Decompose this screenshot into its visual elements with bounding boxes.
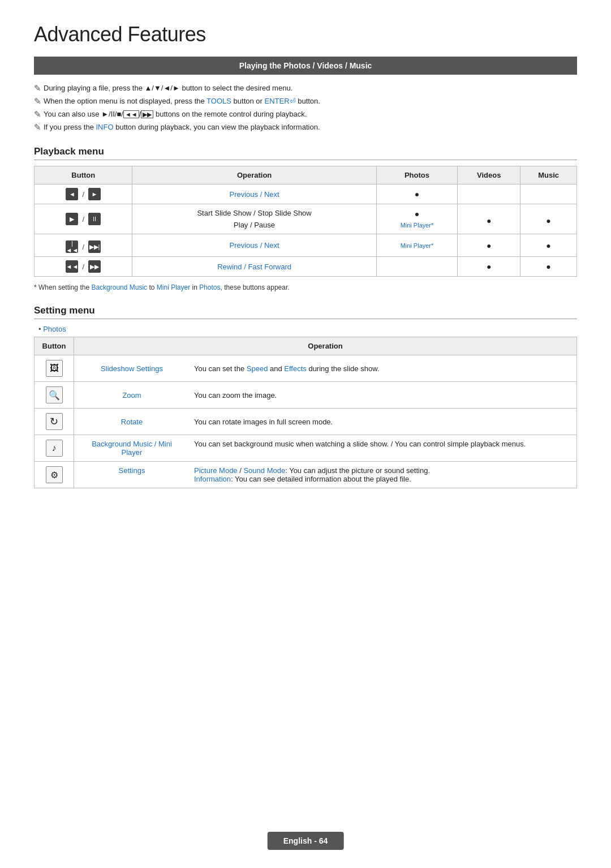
note-icon-3: ✎ (34, 109, 41, 119)
setting-col-button: Button (35, 337, 74, 355)
slideshow-settings-icon: 🖼 (46, 360, 63, 377)
footer-page-label: English - 64 (268, 832, 344, 850)
bg-music-icon: ♪ (46, 440, 63, 457)
btn-bg-music: ♪ (35, 435, 74, 462)
btn-slideshow-settings: 🖼 (35, 355, 74, 382)
setting-menu-title: Setting menu (34, 305, 577, 319)
btn-play-pause: ▶ / II (35, 204, 132, 234)
music-rewind: ● (520, 257, 577, 277)
op-skip-prev-next: Previous / Next (132, 234, 376, 257)
note-line-2: ✎ When the option menu is not displayed,… (34, 97, 577, 106)
op-slideshow: Start Slide Show / Stop Slide Show (136, 209, 372, 217)
note-icon-1: ✎ (34, 83, 41, 93)
btn-play-icon: ▶ (66, 213, 78, 225)
music-play-pause: ● (524, 216, 573, 225)
btn-skip-prev-icon: |◄◄ (66, 240, 78, 253)
table-row: ↻ Rotate You can rotate images in full s… (35, 409, 577, 435)
btn-rotate: ↻ (35, 409, 74, 435)
btn-next-icon: ► (88, 188, 101, 200)
playback-table: Button Operation Photos Videos Music ◄ /… (34, 166, 577, 277)
btn-rewind-ff: ◄◄ / ▶▶ (35, 257, 132, 277)
table-row: ⚙ Settings Picture Mode / Sound Mode: Yo… (35, 462, 577, 488)
col-photos: Photos (376, 166, 458, 184)
playback-menu-title: Playback menu (34, 146, 577, 160)
btn-skip-prev-next: |◄◄ / ▶▶| (35, 234, 132, 257)
op-rotate-label: Rotate (121, 418, 143, 426)
playing-section-header: Playing the Photos / Videos / Music (34, 57, 577, 75)
table-row: ◄◄ / ▶▶ Rewind / Fast Forward ● ● (35, 257, 577, 277)
videos-play-pause: ● (461, 216, 517, 225)
op-slideshow-settings-label: Slideshow Settings (101, 364, 163, 373)
videos-rewind: ● (458, 257, 520, 277)
op-settings-label: Settings (119, 466, 145, 475)
btn-settings: ⚙ (35, 462, 74, 488)
btn-pause-icon: II (88, 213, 101, 225)
col-videos: Videos (458, 166, 520, 184)
op-rewind-ff: Rewind / Fast Forward (132, 257, 376, 277)
table-row: ▶ / II Start Slide Show / Stop Slide Sho… (35, 204, 577, 234)
table-row: 🖼 Slideshow Settings You can set the Spe… (35, 355, 577, 382)
note-line-4: ✎ If you press the INFO button during pl… (34, 123, 577, 132)
note-icon-2: ✎ (34, 96, 41, 106)
note-line-1: ✎ During playing a file, press the ▲/▼/◄… (34, 84, 577, 93)
btn-prev-icon: ◄ (66, 188, 78, 200)
op-bgmusic-label: Background Music / MiniPlayer (92, 440, 172, 457)
photos-play-pause: Mini Player* (380, 222, 454, 229)
note-line-3: ✎ You can also use ►/II/■/◄◄/▶▶ buttons … (34, 110, 577, 119)
table-row: |◄◄ / ▶▶| Previous / Next Mini Player* ●… (35, 234, 577, 257)
btn-skip-next-icon: ▶▶| (88, 240, 101, 253)
playback-footnote: * When setting the Background Music to M… (34, 283, 577, 291)
photos-rewind (376, 257, 458, 277)
op-prev-next: Previous / Next (132, 184, 376, 204)
table-row: ◄ / ► Previous / Next ● (35, 184, 577, 204)
note-icon-4: ✎ (34, 122, 41, 132)
music-skip: ● (520, 234, 577, 257)
op-zoom-desc: You can zoom the image. (194, 391, 277, 399)
op-settings-desc: Picture Mode / Sound Mode: You can adjus… (194, 466, 430, 483)
settings-icon: ⚙ (46, 466, 63, 483)
setting-col-operation: Operation (74, 337, 577, 355)
op-play-pause: Play / Pause (136, 221, 372, 229)
col-button: Button (35, 166, 132, 184)
table-row: 🔍 Zoom You can zoom the image. (35, 382, 577, 409)
col-operation: Operation (132, 166, 376, 184)
page-title: Advanced Features (34, 23, 577, 46)
op-bgmusic-desc: You can set background music when watchi… (194, 440, 526, 457)
videos-prev-next (458, 184, 520, 204)
btn-zoom: 🔍 (35, 382, 74, 409)
music-prev-next (520, 184, 577, 204)
col-music: Music (520, 166, 577, 184)
photos-prev-next: ● (376, 184, 458, 204)
photos-slideshow: ● (380, 209, 454, 218)
photos-skip: Mini Player* (376, 234, 458, 257)
setting-table: Button Operation 🖼 Slideshow Settings Yo… (34, 337, 577, 488)
rotate-icon: ↻ (46, 413, 63, 430)
videos-skip: ● (458, 234, 520, 257)
op-rotate-desc: You can rotate images in full screen mod… (194, 418, 333, 426)
btn-ff-icon: ▶▶ (88, 260, 101, 273)
op-zoom-label: Zoom (122, 391, 141, 399)
setting-photos-label: Photos (43, 325, 66, 333)
btn-prev-next-nav: ◄ / ► (35, 184, 132, 204)
op-slideshow-settings-desc: You can set the Speed and Effects during… (194, 364, 379, 373)
table-row: ♪ Background Music / MiniPlayer You can … (35, 435, 577, 462)
zoom-icon: 🔍 (46, 386, 63, 403)
btn-rewind-icon: ◄◄ (66, 260, 78, 273)
